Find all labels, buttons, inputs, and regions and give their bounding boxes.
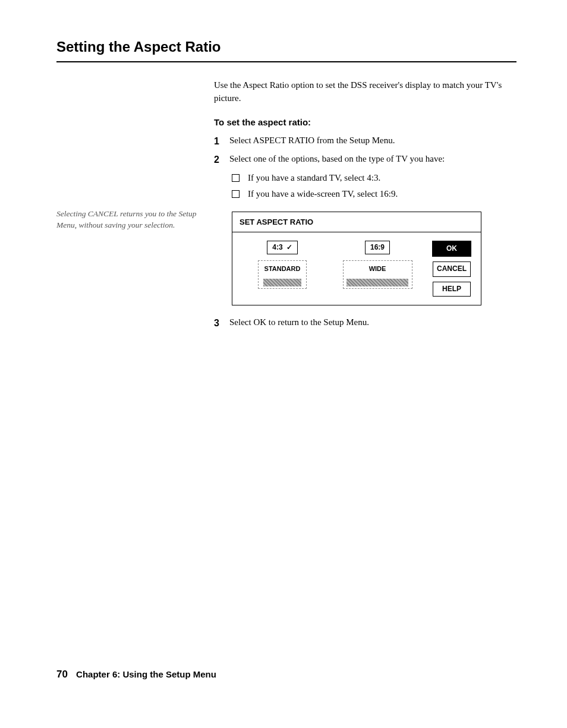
page-footer: 70 Chapter 6: Using the Setup Menu [56,669,216,680]
bullet-item: If you have a standard TV, select 4:3. [232,172,516,185]
title-rule [56,61,516,62]
page-title: Setting the Aspect Ratio [56,39,516,58]
step-1: 1 Select ASPECT RATIO from the Setup Men… [214,134,516,148]
step-text: Select one of the options, based on the … [229,153,516,166]
tv-screen-graphic [346,279,408,286]
procedure-heading: To set the aspect ratio: [214,116,516,129]
wide-tv-graphic: WIDE [343,260,412,289]
help-button[interactable]: HELP [433,282,471,297]
chapter-label: Chapter 6: Using the Setup Menu [76,669,216,679]
aspect-43-button[interactable]: 4:3 ✓ [267,241,297,254]
option-label: 16:9 [370,242,385,253]
set-aspect-ratio-dialog: SET ASPECT RATIO 4:3 ✓ STANDARD [232,212,481,305]
tv-label: WIDE [369,264,386,274]
bullet-text: If you have a wide-screen TV, select 16:… [248,188,516,201]
intro-paragraph: Use the Aspect Ratio option to set the D… [214,79,516,105]
step-number: 2 [214,153,229,166]
bullet-text: If you have a standard TV, select 4:3. [248,172,516,185]
step-3: 3 Select OK to return to the Setup Menu. [214,316,516,330]
side-note: Selecting CANCEL returns you to the Setu… [56,209,205,231]
standard-tv-graphic: STANDARD [258,260,307,289]
option-label: 4:3 [272,242,282,253]
checkbox-icon [232,190,240,198]
page-number: 70 [56,669,68,680]
tv-screen-graphic [263,279,301,286]
cancel-button[interactable]: CANCEL [433,261,471,276]
option-43-column: 4:3 ✓ STANDARD [235,241,330,289]
step-text: Select ASPECT RATIO from the Setup Menu. [229,134,516,148]
step-text: Select OK to return to the Setup Menu. [229,316,516,330]
aspect-169-button[interactable]: 16:9 [365,241,390,254]
check-icon: ✓ [286,242,292,253]
step-2: 2 Select one of the options, based on th… [214,153,516,166]
ok-button[interactable]: OK [432,241,471,257]
bullet-item: If you have a wide-screen TV, select 16:… [232,188,516,201]
step-number: 1 [214,134,229,148]
option-169-column: 16:9 WIDE [330,241,425,289]
step-number: 3 [214,316,229,330]
dialog-title: SET ASPECT RATIO [232,212,481,232]
tv-label: STANDARD [264,264,301,274]
checkbox-icon [232,174,240,182]
